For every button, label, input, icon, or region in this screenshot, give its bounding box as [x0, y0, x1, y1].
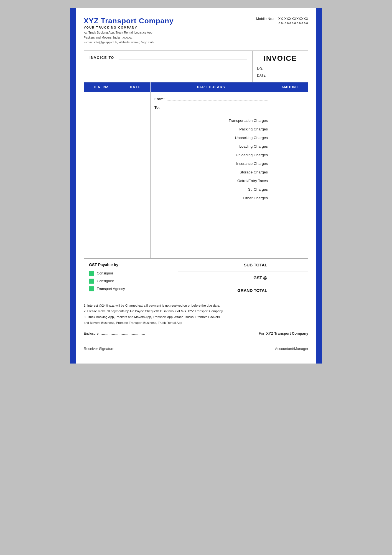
- td-date: [120, 92, 151, 258]
- invoice-date-label: DATE :: [257, 72, 304, 79]
- address-line2: Packers and Movers, India - xxxxxx.: [84, 36, 133, 39]
- charge-loading: Loading Charges: [154, 142, 268, 151]
- td-amount: [272, 92, 308, 258]
- enclosure: Enclosure……………………………………: [84, 332, 145, 335]
- grandtotal-value: [272, 284, 308, 297]
- for-label: For: [259, 331, 264, 335]
- footer-note1: 1. Interest @24% p.a. will be Charged ex…: [84, 303, 308, 309]
- bottom-section: GST Payable by: Consignor Consignee Tran…: [84, 258, 308, 298]
- company-address: xx, Truck Booking App, Truck Rental, Log…: [84, 30, 174, 45]
- gst-item-consignee: Consignee: [89, 279, 173, 284]
- grandtotal-label: GRAND TOTAL: [178, 284, 272, 297]
- invoice-top-row: INVOICE TO INVOICE NO. DATE :: [84, 51, 308, 82]
- signatures: Receiver Signature Accountant/Manager: [84, 347, 308, 351]
- footer-note3a: 3. Truck Booking App, Packers and Movers…: [84, 314, 308, 320]
- mobile1: XX-XXXXXXXXXX: [278, 17, 308, 21]
- gst-square-transport: [89, 286, 94, 291]
- to-label: To:: [154, 105, 163, 110]
- address-line3: E-mail: info@g7app.club, Website: www.g7…: [84, 41, 154, 44]
- gst-label-consignee: Consignee: [97, 279, 114, 283]
- col-header-particulars: PARTICULARS: [151, 82, 272, 92]
- table-header: C.N. No. DATE PARTICULARS AMOUNT: [84, 82, 308, 92]
- footer-note2: 2. Please make all payments by A/c Payee…: [84, 308, 308, 314]
- col-header-amount: AMOUNT: [272, 82, 308, 92]
- col-header-cn: C.N. No.: [84, 82, 120, 92]
- accountant-signature: Accountant/Manager: [275, 347, 308, 351]
- gst-label: GST @: [178, 271, 272, 284]
- gst-square-consignor: [89, 271, 94, 276]
- invoice-no-label: NO.: [257, 65, 304, 72]
- charge-storage: Storage Charges: [154, 168, 268, 176]
- header-left: XYZ Transport Company YOUR TRUCKING COMP…: [84, 17, 174, 45]
- invoice-to-section: INVOICE TO: [84, 51, 253, 82]
- gst-label-consignor: Consignor: [97, 271, 113, 275]
- invoice-no-date: NO. DATE :: [257, 65, 304, 79]
- header: XYZ Transport Company YOUR TRUCKING COMP…: [84, 17, 308, 45]
- footer-notes: 1. Interest @24% p.a. will be Charged ex…: [84, 303, 308, 326]
- from-label: From:: [154, 97, 165, 101]
- address-line1: xx, Truck Booking App, Truck Rental, Log…: [84, 31, 152, 34]
- receiver-signature: Receiver Signature: [84, 347, 114, 351]
- invoice-box: INVOICE TO INVOICE NO. DATE : C.N. No. D…: [84, 51, 308, 298]
- charge-insurance: Insurance Charges: [154, 159, 268, 168]
- gst-square-consignee: [89, 279, 94, 284]
- company-name: XYZ Transport Company: [84, 17, 174, 25]
- company-tagline: YOUR TRUCKING COMPANY: [84, 26, 174, 29]
- mobile-label: Mobile No.:: [256, 17, 274, 21]
- for-company-name: XYZ Transport Company: [266, 331, 308, 335]
- from-dotted-line: [167, 97, 268, 100]
- invoice-header-section: INVOICE NO. DATE :: [253, 51, 308, 82]
- charge-octroi: Octroi/Entry Taxes: [154, 176, 268, 185]
- td-particulars: From: To: Transportation Charges Packing…: [151, 92, 272, 258]
- gst-label-transport: Transport Agency: [97, 287, 125, 291]
- charge-unloading: Unloading Charges: [154, 151, 268, 159]
- td-cn: [84, 92, 120, 258]
- to-row: To:: [154, 105, 268, 110]
- subtotal-value: [272, 259, 308, 271]
- subtotal-row: SUB TOTAL: [178, 259, 308, 271]
- to-dotted-line: [166, 106, 268, 109]
- grandtotal-row: GRAND TOTAL: [178, 284, 308, 297]
- from-row: From:: [154, 97, 268, 101]
- gst-item-transport: Transport Agency: [89, 286, 173, 291]
- gst-item-consignor: Consignor: [89, 271, 173, 276]
- gst-value: [272, 271, 308, 284]
- charge-unpacking: Unpacking Charges: [154, 133, 268, 142]
- gst-title: GST Payable by:: [89, 263, 173, 267]
- invoice-to-line2: [90, 65, 247, 65]
- header-right: Mobile No.: XX-XXXXXXXXXX XX-XXXXXXXXXX: [256, 17, 308, 25]
- gst-section: GST Payable by: Consignor Consignee Tran…: [84, 259, 178, 298]
- for-company: For XYZ Transport Company: [259, 331, 308, 335]
- totals-section: SUB TOTAL GST @ GRAND TOTAL: [178, 259, 308, 298]
- mobile2: XX-XXXXXXXXXX: [278, 21, 308, 25]
- footer-bottom: Enclosure…………………………………… For XYZ Transpor…: [84, 331, 308, 335]
- invoice-to-line: [119, 56, 247, 59]
- footer-note3b: and Movers Business, Promote Transport B…: [84, 320, 308, 326]
- invoice-title: INVOICE: [257, 54, 304, 63]
- invoice-to-label: INVOICE TO: [90, 56, 247, 60]
- charge-other: Other Charges: [154, 194, 268, 202]
- charge-packing: Packing Charges: [154, 125, 268, 133]
- invoice-to-text: INVOICE TO: [90, 56, 114, 60]
- charge-st: St. Charges: [154, 185, 268, 194]
- gst-row: GST @: [178, 271, 308, 284]
- col-header-date: DATE: [120, 82, 151, 92]
- charge-transportation: Transportation Charges: [154, 116, 268, 125]
- subtotal-label: SUB TOTAL: [178, 259, 272, 271]
- table-body: From: To: Transportation Charges Packing…: [84, 92, 308, 258]
